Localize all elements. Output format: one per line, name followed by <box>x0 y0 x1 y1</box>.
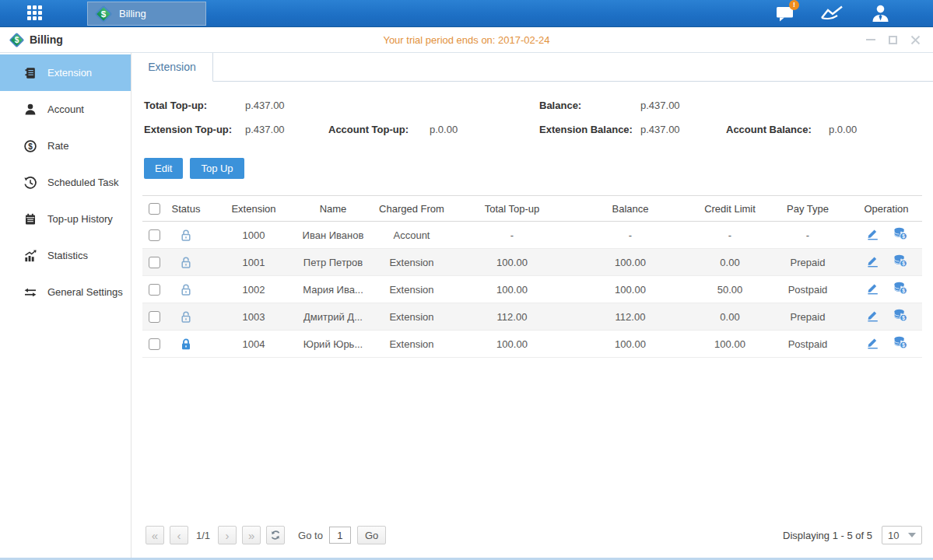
sidebar-item-label: Extension <box>47 67 92 79</box>
row-checkbox[interactable] <box>149 229 160 241</box>
topup-coins-icon[interactable]: $ <box>893 336 907 349</box>
trend-line-icon <box>820 5 845 22</box>
tab-extension[interactable]: Extension <box>132 53 213 82</box>
lock-open-icon <box>180 229 192 242</box>
refresh-button[interactable] <box>266 526 285 544</box>
table-row: 1004 Юрий Юрь... Extension 100.00 100.00… <box>142 331 922 358</box>
edit-pencil-icon[interactable] <box>866 309 879 322</box>
edit-button[interactable]: Edit <box>144 158 183 179</box>
top-up-button[interactable]: Top Up <box>190 158 244 179</box>
go-button[interactable]: Go <box>357 526 386 544</box>
goto-label: Go to <box>298 530 323 541</box>
statistics-icon <box>23 249 37 263</box>
app-launcher-icon[interactable] <box>27 5 43 21</box>
row-checkbox[interactable] <box>149 311 160 323</box>
col-operation: Operation <box>851 196 922 222</box>
row-checkbox[interactable] <box>149 338 160 350</box>
cell-pay-type: Prepaid <box>765 303 851 331</box>
cell-balance: 100.00 <box>566 276 695 303</box>
col-credit-limit: Credit Limit <box>695 196 765 222</box>
ledger-icon <box>23 212 37 226</box>
taskbar-tab-label: Billing <box>119 8 146 19</box>
cell-credit-limit: 100.00 <box>695 331 765 358</box>
cell-total-topup: 100.00 <box>458 249 566 276</box>
cell-credit-limit: 0.00 <box>695 303 765 331</box>
table-row: 1003 Дмитрий Д... Extension 112.00 112.0… <box>142 303 922 331</box>
sidebar-item-scheduled-task[interactable]: Scheduled Task <box>0 164 131 201</box>
first-page-button[interactable]: « <box>146 526 164 544</box>
lock-open-icon <box>180 256 192 269</box>
col-charged-from: Charged From <box>365 196 458 222</box>
sidebar-item-label: Scheduled Task <box>47 177 119 188</box>
chevron-down-icon <box>908 533 916 537</box>
col-name: Name <box>301 196 365 222</box>
edit-pencil-icon[interactable] <box>866 227 879 240</box>
svg-text:$: $ <box>101 9 107 19</box>
cell-total-topup: 100.00 <box>458 331 566 358</box>
page-size-value: 10 <box>888 530 899 541</box>
balance-summary: Total Top-up: p.437.00 Balance: p.437.00… <box>142 82 922 142</box>
edit-pencil-icon[interactable] <box>866 282 879 295</box>
cell-name: Иван Иванов <box>301 222 365 249</box>
table-row: 1001 Петр Петров Extension 100.00 100.00… <box>142 249 922 276</box>
row-checkbox[interactable] <box>149 257 160 268</box>
extension-topup-label: Extension Top-up: <box>144 124 245 135</box>
monitor-chart-icon[interactable] <box>820 3 845 23</box>
tab-strip: Extension <box>132 53 933 82</box>
cell-balance: - <box>566 222 695 249</box>
next-page-button[interactable]: › <box>218 526 237 544</box>
sidebar-item-rate[interactable]: $ Rate <box>0 128 131 164</box>
lock-locked-icon <box>180 338 192 351</box>
close-icon[interactable] <box>910 35 921 45</box>
select-all-checkbox[interactable] <box>149 203 160 215</box>
edit-pencil-icon[interactable] <box>866 254 879 268</box>
account-topup-label: Account Top-up: <box>328 124 430 135</box>
sidebar-item-label: General Settings <box>47 286 123 298</box>
sidebar-item-general-settings[interactable]: General Settings <box>0 274 131 310</box>
topup-coins-icon[interactable]: $ <box>893 309 907 322</box>
topup-coins-icon[interactable]: $ <box>893 227 907 240</box>
window-titlebar: $ Billing Your trial period ends on: 201… <box>0 27 933 53</box>
sidebar-item-label: Top-up History <box>47 213 113 225</box>
sidebar-item-extension[interactable]: Extension <box>0 54 131 91</box>
balance-value: p.437.00 <box>640 100 680 111</box>
sidebar-item-label: Statistics <box>47 250 88 261</box>
svg-text:$: $ <box>902 233 905 240</box>
topup-coins-icon[interactable]: $ <box>893 282 907 295</box>
lock-open-icon <box>180 310 192 324</box>
cell-charged-from: Extension <box>365 276 458 303</box>
cell-charged-from: Extension <box>365 303 458 331</box>
cell-pay-type: Prepaid <box>765 249 851 276</box>
sidebar-item-account[interactable]: Account <box>0 91 131 128</box>
svg-text:$: $ <box>15 36 19 44</box>
goto-page-input[interactable] <box>329 527 351 544</box>
total-topup-value: p.437.00 <box>245 100 285 111</box>
topup-coins-icon[interactable]: $ <box>893 254 907 268</box>
table-body: 1000 Иван Иванов Account - - - - <box>142 222 922 358</box>
minimize-icon[interactable] <box>865 35 875 45</box>
col-balance: Balance <box>566 196 695 222</box>
refresh-icon <box>270 530 281 541</box>
cell-extension: 1002 <box>206 276 301 303</box>
window-title: Billing <box>30 33 63 46</box>
cell-extension: 1004 <box>206 331 301 358</box>
billing-diamond-icon: $ <box>95 5 112 23</box>
col-pay-type: Pay Type <box>765 196 851 222</box>
settings-arrows-icon <box>23 285 37 299</box>
messages-icon[interactable]: ! <box>773 3 798 23</box>
last-page-button[interactable]: » <box>242 526 261 544</box>
taskbar-tab-billing[interactable]: $ Billing <box>87 2 206 26</box>
user-account-icon[interactable] <box>868 3 893 23</box>
row-checkbox[interactable] <box>149 284 160 296</box>
edit-pencil-icon[interactable] <box>866 336 879 349</box>
sidebar-item-statistics[interactable]: Statistics <box>0 237 131 274</box>
svg-text:$: $ <box>28 142 33 150</box>
maximize-icon[interactable] <box>888 35 898 45</box>
cell-balance: 100.00 <box>566 249 695 276</box>
cell-charged-from: Account <box>365 222 458 249</box>
prev-page-button[interactable]: ‹ <box>170 526 188 544</box>
cell-total-topup: 112.00 <box>458 303 566 331</box>
cell-name: Дмитрий Д... <box>301 303 365 331</box>
sidebar-item-topup-history[interactable]: Top-up History <box>0 201 131 237</box>
page-size-dropdown[interactable]: 10 <box>882 526 922 544</box>
